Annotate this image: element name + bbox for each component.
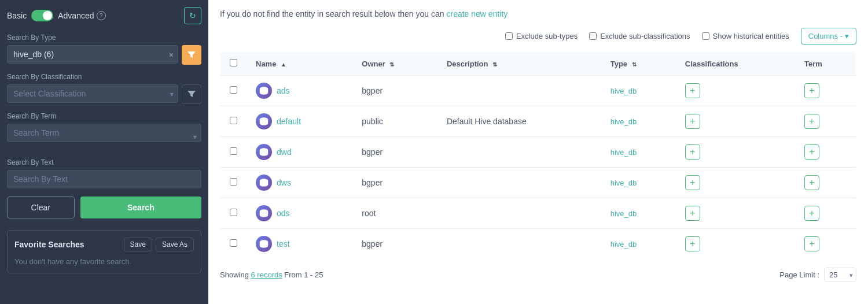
- show-historical-label[interactable]: Show historical entities: [702, 32, 789, 40]
- owner-cell: bgper: [352, 76, 437, 106]
- page-limit-wrap: 10 25 50 100: [824, 268, 856, 282]
- type-clear-icon[interactable]: ×: [169, 50, 174, 60]
- table-row: ods root hive_db + +: [220, 198, 856, 229]
- term-select[interactable]: Search Term: [7, 124, 201, 142]
- owner-cell: bgper: [352, 137, 437, 168]
- type-link[interactable]: hive_db: [610, 117, 637, 126]
- name-cell: test: [247, 229, 352, 259]
- entity-name-link[interactable]: dws: [277, 178, 291, 187]
- table-row: dws bgper hive_db + +: [220, 168, 856, 198]
- main-content: If you do not find the entity in search …: [208, 0, 868, 304]
- info-text-static: If you do not find the entity in search …: [220, 9, 444, 18]
- add-classification-button[interactable]: +: [685, 236, 700, 251]
- add-term-button[interactable]: +: [804, 114, 819, 129]
- name-cell: dws: [247, 168, 352, 198]
- description-cell: [437, 198, 601, 229]
- row-checkbox[interactable]: [230, 178, 237, 186]
- search-by-type-label: Search By Type: [7, 34, 201, 42]
- columns-button[interactable]: Columns - ▾: [801, 28, 856, 45]
- add-term-button[interactable]: +: [804, 144, 819, 160]
- save-button[interactable]: Save: [124, 238, 152, 251]
- type-sort-icon: ⇅: [632, 61, 637, 68]
- table-row: ads bgper hive_db + +: [220, 76, 856, 106]
- table-header: Name ▲ Owner ⇅ Description ⇅ Type ⇅ Clas…: [220, 52, 856, 76]
- table-row: default public Default Hive database hiv…: [220, 106, 856, 137]
- add-term-button[interactable]: +: [804, 175, 819, 190]
- classifications-header: Classifications: [676, 52, 795, 76]
- type-link[interactable]: hive_db: [610, 179, 637, 187]
- classifications-cell: +: [676, 229, 795, 259]
- entity-icon: [256, 144, 272, 160]
- exclude-subclassifications-checkbox[interactable]: [589, 32, 597, 40]
- save-as-button[interactable]: Save As: [156, 238, 194, 251]
- add-classification-button[interactable]: +: [685, 206, 700, 221]
- description-cell: [437, 137, 601, 168]
- description-cell: Default Hive database: [437, 106, 601, 137]
- add-classification-button[interactable]: +: [685, 83, 700, 98]
- exclude-subtypes-label[interactable]: Exclude sub-types: [505, 32, 578, 40]
- entity-name-link[interactable]: default: [277, 117, 301, 126]
- favorites-section: Favorite Searches Save Save As You don't…: [7, 230, 201, 273]
- entity-name-link[interactable]: dwd: [277, 147, 292, 157]
- create-entity-link[interactable]: create new entity: [446, 9, 507, 18]
- type-search-input[interactable]: [7, 45, 178, 64]
- page-limit-select[interactable]: 10 25 50 100: [824, 268, 856, 282]
- classification-filter-button[interactable]: [182, 84, 201, 104]
- clear-button[interactable]: Clear: [7, 197, 75, 218]
- term-cell: +: [795, 198, 856, 229]
- row-checkbox[interactable]: [230, 86, 237, 94]
- entity-name-link[interactable]: ods: [277, 209, 290, 218]
- description-header[interactable]: Description ⇅: [437, 52, 601, 76]
- description-cell: [437, 76, 601, 106]
- entity-icon: [256, 113, 272, 129]
- entity-icon: [256, 236, 272, 252]
- row-checkbox-cell: [220, 76, 247, 106]
- mode-toggle-switch[interactable]: [31, 10, 53, 21]
- row-checkbox[interactable]: [230, 147, 237, 155]
- refresh-button[interactable]: ↻: [184, 7, 201, 24]
- term-cell: +: [795, 229, 856, 259]
- add-classification-button[interactable]: +: [685, 175, 700, 190]
- search-button[interactable]: Search: [80, 197, 201, 218]
- name-header[interactable]: Name ▲: [247, 52, 352, 76]
- help-icon[interactable]: ?: [97, 11, 106, 20]
- type-cell: hive_db: [601, 229, 676, 259]
- type-link[interactable]: hive_db: [610, 148, 637, 157]
- show-historical-checkbox[interactable]: [702, 32, 709, 40]
- select-all-checkbox[interactable]: [230, 59, 237, 66]
- funnel-outline-icon: [187, 90, 196, 99]
- classification-select[interactable]: Select Classification: [7, 84, 178, 103]
- term-cell: +: [795, 76, 856, 106]
- term-select-wrap: Search Term ▾: [7, 124, 201, 150]
- add-term-button[interactable]: +: [804, 206, 819, 221]
- owner-header[interactable]: Owner ⇅: [352, 52, 437, 76]
- favorites-button-group: Save Save As: [124, 238, 194, 251]
- type-input-wrap: ×: [7, 45, 178, 65]
- entity-name-link[interactable]: test: [277, 239, 290, 249]
- basic-label: Basic: [7, 11, 27, 20]
- exclude-subclassifications-label[interactable]: Exclude sub-classifications: [589, 32, 690, 40]
- type-filter-button[interactable]: [182, 45, 201, 65]
- exclude-subtypes-checkbox[interactable]: [505, 32, 513, 40]
- type-link[interactable]: hive_db: [610, 240, 637, 249]
- classifications-cell: +: [676, 137, 795, 168]
- row-checkbox-cell: [220, 106, 247, 137]
- row-checkbox[interactable]: [230, 117, 237, 124]
- add-term-button[interactable]: +: [804, 236, 819, 251]
- classifications-cell: +: [676, 76, 795, 106]
- add-classification-button[interactable]: +: [685, 144, 700, 160]
- type-link[interactable]: hive_db: [610, 87, 637, 95]
- row-checkbox[interactable]: [230, 239, 237, 247]
- showing-text: Showing 6 records From 1 - 25: [220, 270, 323, 279]
- add-classification-button[interactable]: +: [685, 114, 700, 129]
- entity-name-link[interactable]: ads: [277, 86, 290, 95]
- type-header[interactable]: Type ⇅: [601, 52, 676, 76]
- row-checkbox[interactable]: [230, 209, 237, 216]
- records-count-link[interactable]: 6 records: [251, 270, 282, 279]
- type-link[interactable]: hive_db: [610, 209, 637, 218]
- info-text-row: If you do not find the entity in search …: [220, 9, 507, 18]
- add-term-button[interactable]: +: [804, 83, 819, 98]
- text-search-input[interactable]: [7, 170, 201, 188]
- row-checkbox-cell: [220, 198, 247, 229]
- footer-row: Showing 6 records From 1 - 25 Page Limit…: [220, 268, 856, 282]
